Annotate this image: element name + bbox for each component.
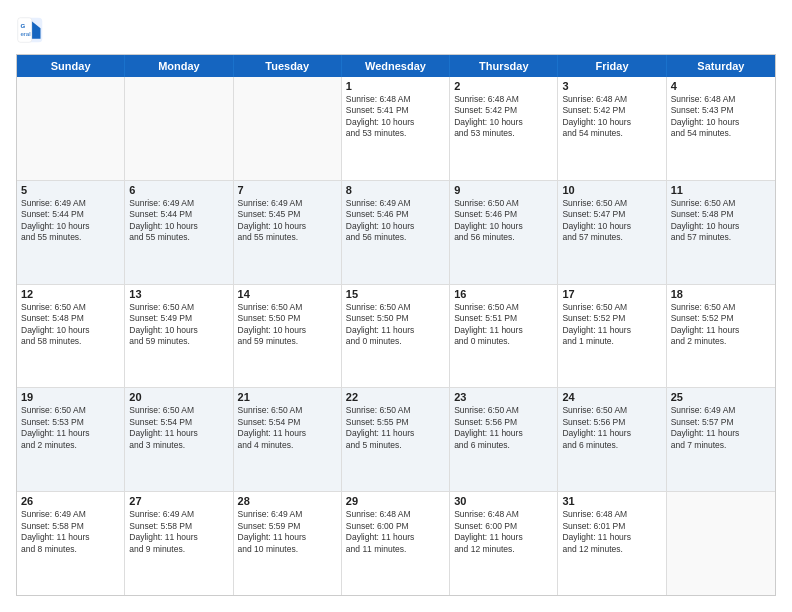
day-info: Sunrise: 6:50 AM Sunset: 5:50 PM Dayligh… [346, 302, 445, 348]
day-info: Sunrise: 6:49 AM Sunset: 5:57 PM Dayligh… [671, 405, 771, 451]
day-number: 30 [454, 495, 553, 507]
day-header-friday: Friday [558, 55, 666, 77]
calendar-row: 12Sunrise: 6:50 AM Sunset: 5:48 PM Dayli… [17, 285, 775, 389]
calendar-day-27: 27Sunrise: 6:49 AM Sunset: 5:58 PM Dayli… [125, 492, 233, 595]
day-number: 19 [21, 391, 120, 403]
calendar-day-23: 23Sunrise: 6:50 AM Sunset: 5:56 PM Dayli… [450, 388, 558, 491]
logo-icon: G eral [16, 16, 44, 44]
day-number: 18 [671, 288, 771, 300]
day-info: Sunrise: 6:50 AM Sunset: 5:46 PM Dayligh… [454, 198, 553, 244]
header: G eral [16, 16, 776, 44]
day-number: 12 [21, 288, 120, 300]
day-number: 26 [21, 495, 120, 507]
day-number: 29 [346, 495, 445, 507]
day-header-wednesday: Wednesday [342, 55, 450, 77]
svg-text:G: G [20, 22, 25, 29]
day-header-tuesday: Tuesday [234, 55, 342, 77]
day-number: 16 [454, 288, 553, 300]
calendar: SundayMondayTuesdayWednesdayThursdayFrid… [16, 54, 776, 596]
calendar-day-26: 26Sunrise: 6:49 AM Sunset: 5:58 PM Dayli… [17, 492, 125, 595]
day-info: Sunrise: 6:48 AM Sunset: 5:42 PM Dayligh… [454, 94, 553, 140]
day-number: 14 [238, 288, 337, 300]
day-info: Sunrise: 6:50 AM Sunset: 5:55 PM Dayligh… [346, 405, 445, 451]
day-number: 17 [562, 288, 661, 300]
day-number: 4 [671, 80, 771, 92]
day-number: 3 [562, 80, 661, 92]
day-header-monday: Monday [125, 55, 233, 77]
day-info: Sunrise: 6:48 AM Sunset: 6:00 PM Dayligh… [454, 509, 553, 555]
day-info: Sunrise: 6:49 AM Sunset: 5:59 PM Dayligh… [238, 509, 337, 555]
day-info: Sunrise: 6:49 AM Sunset: 5:44 PM Dayligh… [21, 198, 120, 244]
calendar-day-6: 6Sunrise: 6:49 AM Sunset: 5:44 PM Daylig… [125, 181, 233, 284]
day-info: Sunrise: 6:50 AM Sunset: 5:56 PM Dayligh… [454, 405, 553, 451]
calendar-day-17: 17Sunrise: 6:50 AM Sunset: 5:52 PM Dayli… [558, 285, 666, 388]
calendar-day-20: 20Sunrise: 6:50 AM Sunset: 5:54 PM Dayli… [125, 388, 233, 491]
calendar-day-28: 28Sunrise: 6:49 AM Sunset: 5:59 PM Dayli… [234, 492, 342, 595]
calendar-row: 5Sunrise: 6:49 AM Sunset: 5:44 PM Daylig… [17, 181, 775, 285]
calendar-day-25: 25Sunrise: 6:49 AM Sunset: 5:57 PM Dayli… [667, 388, 775, 491]
day-number: 15 [346, 288, 445, 300]
calendar-day-1: 1Sunrise: 6:48 AM Sunset: 5:41 PM Daylig… [342, 77, 450, 180]
day-number: 28 [238, 495, 337, 507]
calendar-row: 19Sunrise: 6:50 AM Sunset: 5:53 PM Dayli… [17, 388, 775, 492]
calendar-day-11: 11Sunrise: 6:50 AM Sunset: 5:48 PM Dayli… [667, 181, 775, 284]
page: G eral SundayMondayTuesdayWednesdayThurs… [0, 0, 792, 612]
day-number: 9 [454, 184, 553, 196]
empty-cell [17, 77, 125, 180]
day-info: Sunrise: 6:48 AM Sunset: 5:41 PM Dayligh… [346, 94, 445, 140]
day-number: 23 [454, 391, 553, 403]
day-number: 25 [671, 391, 771, 403]
day-number: 13 [129, 288, 228, 300]
day-info: Sunrise: 6:50 AM Sunset: 5:48 PM Dayligh… [21, 302, 120, 348]
day-number: 22 [346, 391, 445, 403]
day-info: Sunrise: 6:48 AM Sunset: 6:00 PM Dayligh… [346, 509, 445, 555]
day-info: Sunrise: 6:48 AM Sunset: 6:01 PM Dayligh… [562, 509, 661, 555]
day-info: Sunrise: 6:49 AM Sunset: 5:44 PM Dayligh… [129, 198, 228, 244]
calendar-row: 26Sunrise: 6:49 AM Sunset: 5:58 PM Dayli… [17, 492, 775, 595]
day-info: Sunrise: 6:50 AM Sunset: 5:54 PM Dayligh… [129, 405, 228, 451]
calendar-day-2: 2Sunrise: 6:48 AM Sunset: 5:42 PM Daylig… [450, 77, 558, 180]
day-info: Sunrise: 6:50 AM Sunset: 5:50 PM Dayligh… [238, 302, 337, 348]
day-info: Sunrise: 6:50 AM Sunset: 5:48 PM Dayligh… [671, 198, 771, 244]
calendar-header: SundayMondayTuesdayWednesdayThursdayFrid… [17, 55, 775, 77]
day-info: Sunrise: 6:49 AM Sunset: 5:46 PM Dayligh… [346, 198, 445, 244]
calendar-day-31: 31Sunrise: 6:48 AM Sunset: 6:01 PM Dayli… [558, 492, 666, 595]
day-header-saturday: Saturday [667, 55, 775, 77]
calendar-day-14: 14Sunrise: 6:50 AM Sunset: 5:50 PM Dayli… [234, 285, 342, 388]
empty-cell [667, 492, 775, 595]
calendar-day-5: 5Sunrise: 6:49 AM Sunset: 5:44 PM Daylig… [17, 181, 125, 284]
calendar-day-8: 8Sunrise: 6:49 AM Sunset: 5:46 PM Daylig… [342, 181, 450, 284]
day-number: 1 [346, 80, 445, 92]
day-number: 7 [238, 184, 337, 196]
calendar-day-12: 12Sunrise: 6:50 AM Sunset: 5:48 PM Dayli… [17, 285, 125, 388]
calendar-day-16: 16Sunrise: 6:50 AM Sunset: 5:51 PM Dayli… [450, 285, 558, 388]
day-info: Sunrise: 6:50 AM Sunset: 5:52 PM Dayligh… [562, 302, 661, 348]
calendar-day-3: 3Sunrise: 6:48 AM Sunset: 5:42 PM Daylig… [558, 77, 666, 180]
day-number: 8 [346, 184, 445, 196]
day-info: Sunrise: 6:48 AM Sunset: 5:43 PM Dayligh… [671, 94, 771, 140]
calendar-day-10: 10Sunrise: 6:50 AM Sunset: 5:47 PM Dayli… [558, 181, 666, 284]
day-number: 21 [238, 391, 337, 403]
day-info: Sunrise: 6:50 AM Sunset: 5:53 PM Dayligh… [21, 405, 120, 451]
calendar-day-15: 15Sunrise: 6:50 AM Sunset: 5:50 PM Dayli… [342, 285, 450, 388]
calendar-day-13: 13Sunrise: 6:50 AM Sunset: 5:49 PM Dayli… [125, 285, 233, 388]
calendar-day-22: 22Sunrise: 6:50 AM Sunset: 5:55 PM Dayli… [342, 388, 450, 491]
day-number: 24 [562, 391, 661, 403]
calendar-day-7: 7Sunrise: 6:49 AM Sunset: 5:45 PM Daylig… [234, 181, 342, 284]
day-number: 10 [562, 184, 661, 196]
day-info: Sunrise: 6:49 AM Sunset: 5:45 PM Dayligh… [238, 198, 337, 244]
day-header-thursday: Thursday [450, 55, 558, 77]
day-number: 6 [129, 184, 228, 196]
day-info: Sunrise: 6:50 AM Sunset: 5:52 PM Dayligh… [671, 302, 771, 348]
calendar-day-19: 19Sunrise: 6:50 AM Sunset: 5:53 PM Dayli… [17, 388, 125, 491]
calendar-day-24: 24Sunrise: 6:50 AM Sunset: 5:56 PM Dayli… [558, 388, 666, 491]
empty-cell [125, 77, 233, 180]
day-info: Sunrise: 6:50 AM Sunset: 5:49 PM Dayligh… [129, 302, 228, 348]
calendar-day-4: 4Sunrise: 6:48 AM Sunset: 5:43 PM Daylig… [667, 77, 775, 180]
day-info: Sunrise: 6:49 AM Sunset: 5:58 PM Dayligh… [129, 509, 228, 555]
day-number: 27 [129, 495, 228, 507]
calendar-day-30: 30Sunrise: 6:48 AM Sunset: 6:00 PM Dayli… [450, 492, 558, 595]
day-header-sunday: Sunday [17, 55, 125, 77]
day-info: Sunrise: 6:50 AM Sunset: 5:56 PM Dayligh… [562, 405, 661, 451]
calendar-row: 1Sunrise: 6:48 AM Sunset: 5:41 PM Daylig… [17, 77, 775, 181]
